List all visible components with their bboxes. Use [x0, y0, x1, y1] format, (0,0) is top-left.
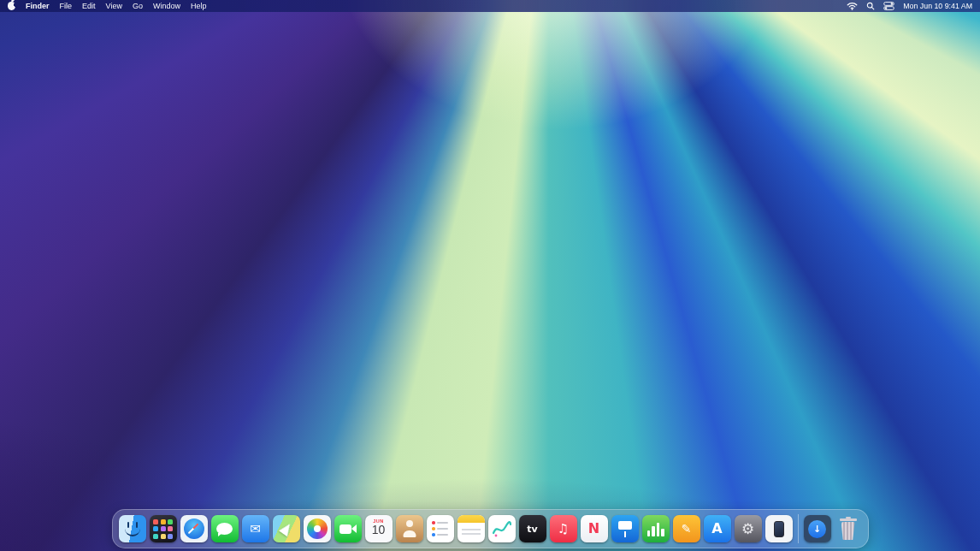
photos-pinwheel [307, 518, 328, 539]
keynote-stand [624, 531, 626, 537]
dock-downloads-icon[interactable]: ↓ [804, 515, 831, 542]
tv-glyph: tv [527, 524, 537, 534]
pages-glyph: ✎ [682, 523, 692, 535]
menu-bar-left: FinderFileEditViewGoWindowHelp [8, 0, 206, 12]
messages-speech-bubble [216, 523, 233, 535]
dock-contacts-icon[interactable] [396, 515, 423, 542]
menu-item-edit[interactable]: Edit [82, 0, 96, 12]
dock-numbers-icon[interactable] [642, 515, 670, 542]
launchpad-grid-dot [153, 519, 158, 524]
numbers-bar-chart [647, 521, 664, 536]
launchpad-grid-dot [168, 534, 173, 539]
spotlight-search-icon[interactable] [866, 2, 875, 10]
dock-mail-icon[interactable]: ✉ [242, 515, 269, 542]
dock-calendar-icon[interactable]: JUN10 [365, 515, 393, 542]
launchpad-grid-dot [153, 534, 158, 539]
finder-smile [125, 527, 140, 536]
numbers-bar [647, 530, 651, 536]
reminders-bullet [432, 521, 435, 524]
dock-facetime-icon[interactable] [334, 515, 362, 542]
notes-line [462, 529, 481, 530]
menu-item-window[interactable]: Window [153, 0, 180, 12]
numbers-bar [657, 523, 660, 536]
desktop-wallpaper: FinderFileEditViewGoWindowHelp [0, 0, 980, 551]
launchpad-grid-dot [168, 526, 173, 531]
dock-iphone-mirroring-icon[interactable] [765, 515, 793, 542]
launchpad-grid-dot [168, 519, 173, 524]
reminders-row [432, 527, 448, 530]
dock-pages-icon[interactable]: ✎ [673, 515, 700, 542]
mail-glyph: ✉ [250, 523, 261, 536]
launchpad-grid-dot [153, 526, 158, 531]
maps-navigation-arrow [279, 521, 294, 536]
dock-notes-icon[interactable] [458, 515, 485, 542]
dock-keynote-icon[interactable] [611, 515, 639, 542]
dock-system-settings-icon[interactable]: ⚙ [735, 515, 762, 542]
menu-item-help[interactable]: Help [191, 0, 207, 12]
dock-messages-icon[interactable] [211, 515, 239, 542]
control-center-icon[interactable] [883, 2, 894, 10]
reminders-line [437, 522, 448, 524]
dock-launchpad-icon[interactable] [150, 515, 177, 542]
notes-header-band [458, 515, 485, 523]
reminders-bullet [432, 533, 435, 536]
launchpad-grid-dot [161, 526, 166, 531]
launchpad-grid-dot [161, 534, 166, 539]
menu-bar-status: Mon Jun 10 9:41 AM [847, 0, 972, 12]
menu-item-go[interactable]: Go [133, 0, 143, 12]
facetime-camera-body [339, 524, 351, 534]
reminders-line [437, 534, 448, 536]
menu-item-view[interactable]: View [106, 0, 122, 12]
reminders-row [432, 521, 448, 524]
menu-item-finder[interactable]: Finder [26, 0, 50, 12]
menu-bar: FinderFileEditViewGoWindowHelp [0, 0, 980, 12]
calendar-day-number: 10 [372, 524, 386, 536]
dock-photos-icon[interactable] [304, 515, 331, 542]
launchpad-grid [153, 519, 173, 539]
wifi-icon[interactable] [847, 2, 858, 10]
news-glyph: N [588, 522, 599, 536]
music-glyph: ♫ [558, 523, 569, 536]
apple-logo-icon [8, 2, 15, 10]
reminders-line [437, 528, 448, 530]
dock-tv-icon[interactable]: tv [519, 515, 546, 542]
dock-separator [798, 514, 799, 543]
downloads-circle: ↓ [808, 520, 826, 538]
system-settings-glyph: ⚙ [741, 522, 754, 536]
app-store-glyph: A [711, 522, 722, 536]
reminders-row [432, 533, 448, 536]
apple-menu[interactable] [8, 2, 15, 10]
dock-area: ✉JUN10tv♫N✎A⚙ ↓ [0, 509, 980, 548]
freeform-squiggle [492, 519, 512, 538]
dock-freeform-icon[interactable] [488, 515, 516, 542]
contacts-silhouette-shoulders [403, 530, 416, 537]
reminders-bullet [432, 527, 435, 530]
iphone-mirroring-phone [774, 521, 784, 537]
trash-body [841, 522, 855, 540]
menu-item-file[interactable]: File [60, 0, 73, 12]
trash-lid [840, 518, 857, 521]
dock-app-store-icon[interactable]: A [704, 515, 731, 542]
dock-apps: ✉JUN10tv♫N✎A⚙ [119, 515, 793, 542]
contacts-silhouette-head [406, 520, 413, 527]
dock: ✉JUN10tv♫N✎A⚙ ↓ [112, 509, 869, 548]
dock-finder-icon[interactable] [119, 515, 146, 542]
dock-news-icon[interactable]: N [581, 515, 608, 542]
dock-safari-icon[interactable] [180, 515, 208, 542]
numbers-bar [652, 526, 655, 536]
dock-trash-icon[interactable] [835, 515, 862, 542]
menu-bar-clock[interactable]: Mon Jun 10 9:41 AM [903, 0, 972, 12]
dock-right-items: ↓ [804, 515, 862, 542]
downloads-arrow-glyph: ↓ [813, 524, 821, 534]
numbers-bar [661, 529, 664, 536]
dock-music-icon[interactable]: ♫ [550, 515, 577, 542]
dock-reminders-icon[interactable] [427, 515, 454, 542]
app-menus: FinderFileEditViewGoWindowHelp [26, 0, 206, 12]
dock-maps-icon[interactable] [273, 515, 300, 542]
keynote-board [618, 521, 632, 530]
launchpad-grid-dot [161, 519, 166, 524]
facetime-camera-lens [351, 524, 357, 533]
notes-line [462, 533, 481, 535]
